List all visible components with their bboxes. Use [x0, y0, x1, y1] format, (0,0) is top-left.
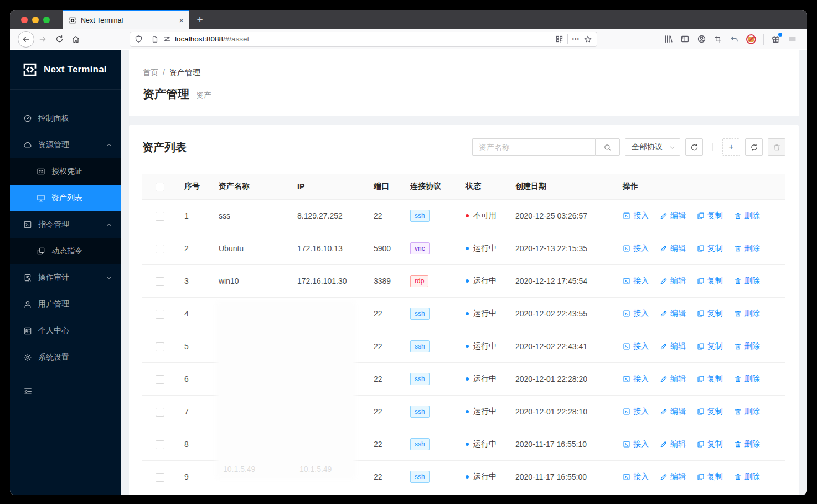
row-number: 8: [173, 428, 219, 461]
whatsnew-gift-icon[interactable]: [771, 34, 780, 44]
blocker-extension-icon[interactable]: [746, 34, 756, 44]
row-checkbox[interactable]: [156, 375, 164, 384]
screenshot-crop-icon[interactable]: [713, 35, 722, 44]
row-checkbox[interactable]: [156, 245, 164, 253]
shield-icon[interactable]: [135, 35, 143, 43]
delete-link[interactable]: 删除: [734, 243, 760, 253]
delete-link[interactable]: 删除: [734, 276, 760, 286]
batch-delete-button[interactable]: [768, 138, 785, 156]
row-number: 2: [173, 232, 219, 265]
edit-link[interactable]: 编辑: [660, 439, 686, 449]
sidebar-item-dynamic-commands[interactable]: 动态指令: [10, 238, 121, 264]
sidebar-item-audit[interactable]: 操作审计: [10, 264, 121, 291]
browser-tab[interactable]: Next Terminal ×: [63, 10, 189, 29]
delete-link[interactable]: 删除: [734, 472, 760, 482]
protocol-select[interactable]: 全部协议: [625, 138, 680, 156]
edit-link[interactable]: 编辑: [660, 407, 686, 417]
next-terminal-logo-icon: [22, 61, 38, 78]
forward-button[interactable]: [34, 31, 51, 48]
browser-toolbar: localhost:8088/#/asset •••: [10, 29, 807, 49]
connect-link[interactable]: 接入: [623, 439, 649, 449]
copy-link[interactable]: 复制: [697, 374, 723, 384]
account-icon[interactable]: [697, 34, 706, 44]
bookmark-star-icon[interactable]: [583, 35, 592, 44]
connect-link[interactable]: 接入: [623, 211, 649, 221]
search-input[interactable]: [472, 138, 595, 156]
asset-ip: 172.16.10.13: [297, 232, 374, 265]
home-button[interactable]: [68, 31, 84, 48]
sidebar-item-dashboard[interactable]: 控制面板: [10, 105, 121, 132]
delete-link[interactable]: 删除: [734, 439, 760, 449]
add-asset-button[interactable]: +: [722, 138, 740, 156]
undo-extension-icon[interactable]: [730, 34, 739, 44]
edit-link[interactable]: 编辑: [660, 472, 686, 482]
delete-link[interactable]: 删除: [734, 407, 760, 417]
delete-link[interactable]: 删除: [734, 374, 760, 384]
page-info-icon[interactable]: [151, 35, 159, 43]
delete-link[interactable]: 删除: [734, 309, 760, 319]
edit-link[interactable]: 编辑: [660, 341, 686, 351]
delete-link[interactable]: 删除: [734, 341, 760, 351]
copy-link[interactable]: 复制: [697, 276, 723, 286]
reload-button[interactable]: [51, 31, 68, 48]
sidebar-item-commands[interactable]: 指令管理: [10, 211, 121, 238]
row-checkbox[interactable]: [156, 408, 164, 417]
sidebar-item-settings[interactable]: 系统设置: [10, 344, 121, 371]
edit-link[interactable]: 编辑: [660, 374, 686, 384]
menu-fold-button[interactable]: [10, 386, 121, 396]
connect-link[interactable]: 接入: [623, 309, 649, 319]
connect-link[interactable]: 接入: [623, 276, 649, 286]
breadcrumb-home[interactable]: 首页: [143, 68, 158, 77]
url-bar[interactable]: localhost:8088/#/asset •••: [130, 32, 597, 47]
copy-link[interactable]: 复制: [697, 407, 723, 417]
sidebar-item-resources[interactable]: 资源管理: [10, 132, 121, 158]
copy-link[interactable]: 复制: [697, 341, 723, 351]
copy-icon: [697, 408, 705, 415]
highlights-qr-icon[interactable]: [555, 35, 563, 43]
asset-list-card: 资产列表 全部协议: [129, 125, 799, 495]
row-checkbox[interactable]: [156, 473, 164, 482]
copy-link[interactable]: 复制: [697, 211, 723, 221]
connect-link[interactable]: 接入: [623, 472, 649, 482]
row-checkbox[interactable]: [156, 212, 164, 221]
protocol-badge: ssh: [410, 210, 430, 222]
close-window-button[interactable]: [21, 17, 28, 23]
back-button[interactable]: [18, 31, 34, 48]
sidebar-item-users[interactable]: 用户管理: [10, 291, 121, 318]
new-tab-button[interactable]: +: [189, 10, 210, 29]
edit-link[interactable]: 编辑: [660, 211, 686, 221]
menu-hamburger-icon[interactable]: [788, 34, 797, 44]
minimize-window-button[interactable]: [32, 17, 39, 23]
sidebar-item-profile[interactable]: 个人中心: [10, 318, 121, 344]
connect-link[interactable]: 接入: [623, 407, 649, 417]
row-checkbox[interactable]: [156, 310, 164, 319]
copy-link[interactable]: 复制: [697, 309, 723, 319]
copy-link[interactable]: 复制: [697, 439, 723, 449]
library-icon[interactable]: [664, 34, 673, 44]
sidebar-item-asset-list[interactable]: 资产列表: [10, 185, 121, 211]
zoom-window-button[interactable]: [43, 17, 50, 23]
edit-link[interactable]: 编辑: [660, 309, 686, 319]
reset-button[interactable]: [685, 138, 703, 156]
close-tab-icon[interactable]: ×: [179, 16, 184, 24]
edit-link[interactable]: 编辑: [660, 276, 686, 286]
connect-link[interactable]: 接入: [623, 374, 649, 384]
copy-link[interactable]: 复制: [697, 243, 723, 253]
url-text[interactable]: localhost:8088/#/asset: [175, 35, 551, 43]
refresh-button[interactable]: [745, 138, 763, 156]
connect-link[interactable]: 接入: [623, 243, 649, 253]
row-checkbox[interactable]: [156, 277, 164, 286]
sidebar-item-credentials[interactable]: 授权凭证: [10, 158, 121, 185]
copy-link[interactable]: 复制: [697, 472, 723, 482]
row-checkbox[interactable]: [156, 342, 164, 351]
edit-link[interactable]: 编辑: [660, 243, 686, 253]
search-button[interactable]: [595, 138, 620, 156]
page-actions-icon[interactable]: •••: [572, 36, 580, 42]
sidebar-toggle-icon[interactable]: [680, 34, 690, 44]
row-checkbox[interactable]: [156, 440, 164, 449]
table-row: 2 Ubuntu 172.16.10.13 5900 vnc 运行中 2020-…: [142, 232, 785, 265]
select-all-checkbox[interactable]: [156, 183, 164, 191]
delete-link[interactable]: 删除: [734, 211, 760, 221]
connect-link[interactable]: 接入: [623, 341, 649, 351]
permissions-icon[interactable]: [163, 35, 171, 43]
